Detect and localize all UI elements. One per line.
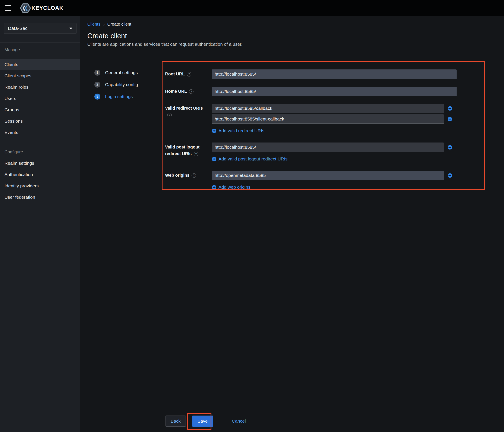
section-label-configure: Configure — [0, 149, 80, 155]
valid-redirect-uris-label: Valid redirect URIs? — [165, 104, 212, 134]
section-label-manage: Manage — [0, 47, 80, 52]
create-client-wizard: 1 General settings 2 Capability config 3… — [80, 58, 504, 432]
valid-post-logout-redirect-uris-label: Valid post logout redirect URIs? — [165, 143, 212, 162]
post-logout-redirect-uri-input-0[interactable] — [212, 143, 444, 152]
sidebar-item-groups[interactable]: Groups — [0, 104, 80, 115]
web-origins-label: Web origins? — [165, 171, 212, 190]
add-web-origins-link[interactable]: Add web origins — [212, 184, 504, 190]
save-button[interactable]: Save — [192, 415, 213, 427]
main-content: Clients › Create client Create client Cl… — [80, 16, 504, 432]
redirect-uri-input-1[interactable] — [212, 114, 444, 124]
help-icon[interactable]: ? — [187, 72, 191, 76]
breadcrumb-current: Create client — [107, 22, 131, 27]
back-button[interactable]: Back — [165, 415, 186, 427]
root-url-row: Root URL? — [165, 69, 504, 79]
wizard-step-login-settings[interactable]: 3 Login settings — [94, 91, 158, 102]
sidebar-item-realm-settings[interactable]: Realm settings — [0, 157, 80, 169]
home-url-label: Home URL? — [165, 87, 212, 96]
remove-post-logout-uri-button[interactable] — [447, 145, 452, 150]
minus-circle-icon — [447, 117, 452, 121]
home-url-input[interactable] — [212, 87, 457, 96]
sidebar-section-manage: Manage Clients Client scopes Realm roles… — [0, 47, 80, 138]
sidebar-item-realm-roles[interactable]: Realm roles — [0, 81, 80, 93]
sidebar-section-configure: Configure Realm settings Authentication … — [0, 145, 80, 203]
breadcrumb-separator-icon: › — [103, 22, 104, 27]
sidebar-item-identity-providers[interactable]: Identity providers — [0, 180, 80, 192]
page-subtitle: Clients are applications and services th… — [87, 42, 504, 47]
wizard-step-general-settings[interactable]: 1 General settings — [94, 67, 158, 79]
sidebar-item-client-scopes[interactable]: Client scopes — [0, 70, 80, 81]
keycloak-logo-icon — [20, 3, 31, 13]
login-settings-form: Root URL? Home URL? — [158, 58, 504, 432]
sidebar-item-users[interactable]: Users — [0, 93, 80, 104]
help-icon[interactable]: ? — [194, 152, 198, 156]
page-title: Create client — [87, 32, 504, 40]
home-url-row: Home URL? — [165, 87, 504, 96]
plus-circle-icon — [212, 156, 216, 162]
keycloak-brand[interactable]: KEYCLOAK — [20, 3, 63, 13]
minus-circle-icon — [447, 145, 452, 150]
remove-web-origin-button[interactable] — [447, 173, 452, 178]
wizard-step-capability-config[interactable]: 2 Capability config — [94, 79, 158, 91]
add-valid-post-logout-redirect-uris-link[interactable]: Add valid post logout redirect URIs — [212, 156, 504, 162]
step-number-badge: 3 — [94, 93, 100, 100]
minus-circle-icon — [447, 106, 452, 111]
wizard-footer-actions: Back Save Cancel — [158, 415, 246, 427]
plus-circle-icon — [212, 129, 216, 133]
remove-redirect-uri-button[interactable] — [447, 106, 452, 111]
realm-selector-dropdown[interactable]: Data-Sec — [4, 23, 76, 34]
hamburger-menu-icon[interactable] — [5, 5, 11, 11]
help-icon[interactable]: ? — [189, 89, 193, 94]
redirect-uri-input-0[interactable] — [212, 104, 444, 113]
valid-post-logout-redirect-uris-row: Valid post logout redirect URIs? — [165, 143, 504, 162]
step-number-badge: 1 — [94, 70, 100, 76]
root-url-label: Root URL? — [165, 69, 212, 79]
brand-title: KEYCLOAK — [31, 5, 63, 11]
add-valid-redirect-uris-link[interactable]: Add valid redirect URIs — [212, 128, 504, 134]
wizard-steps-nav: 1 General settings 2 Capability config 3… — [80, 58, 158, 432]
sidebar-item-sessions[interactable]: Sessions — [0, 115, 80, 127]
sidebar-item-authentication[interactable]: Authentication — [0, 169, 80, 180]
cancel-link[interactable]: Cancel — [232, 419, 246, 424]
web-origins-input-0[interactable] — [212, 171, 444, 180]
valid-redirect-uris-row: Valid redirect URIs? — [165, 104, 504, 134]
step-number-badge: 2 — [94, 82, 100, 88]
plus-circle-icon — [212, 185, 216, 190]
top-bar: KEYCLOAK — [0, 0, 504, 16]
sidebar: Data-Sec Manage Clients Client scopes Re… — [0, 16, 80, 432]
remove-redirect-uri-button[interactable] — [447, 117, 452, 121]
breadcrumb-link-clients[interactable]: Clients — [87, 22, 100, 27]
sidebar-item-user-federation[interactable]: User federation — [0, 192, 80, 203]
chevron-down-icon — [69, 28, 72, 29]
realm-selector-value: Data-Sec — [8, 26, 27, 31]
minus-circle-icon — [447, 173, 452, 178]
page-header: Clients › Create client Create client Cl… — [80, 16, 504, 58]
help-icon[interactable]: ? — [167, 113, 172, 117]
sidebar-item-events[interactable]: Events — [0, 127, 80, 138]
breadcrumb: Clients › Create client — [87, 22, 504, 27]
help-icon[interactable]: ? — [192, 173, 196, 178]
root-url-input[interactable] — [212, 69, 457, 79]
sidebar-item-clients[interactable]: Clients — [0, 59, 80, 70]
web-origins-row: Web origins? — [165, 171, 504, 190]
